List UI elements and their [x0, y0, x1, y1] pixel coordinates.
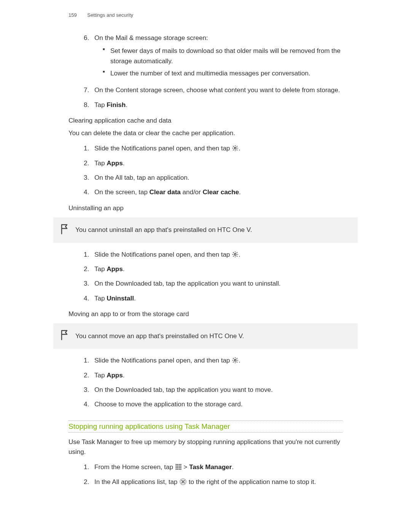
step-number: 7. [84, 85, 94, 95]
step-number: 1. [84, 250, 94, 260]
steps-moving: 1. Slide the Notifications panel open, a… [84, 356, 342, 409]
step-text-pre: In the All applications list, tap [94, 478, 179, 486]
apps-grid-icon [175, 463, 182, 470]
step-number: 2. [84, 158, 94, 168]
step-text-post: . [123, 160, 125, 167]
step-1: 1. Slide the Notifications panel open, a… [84, 356, 342, 366]
steps-list-top: 6. On the Mail & message storage screen:… [84, 33, 342, 110]
note-text: You cannot uninstall an app that's prein… [75, 226, 252, 234]
step-text-post: . [239, 357, 241, 364]
step-number: 4. [84, 294, 94, 304]
step-number: 2. [84, 477, 94, 487]
step-text: On the Downloaded tab, tap the applicati… [94, 279, 342, 289]
bullet-item: Set fewer days of mails to download so t… [103, 46, 342, 66]
step-text: Choose to move the application to the st… [94, 399, 342, 409]
subheading-clear-cache: Clearing application cache and data [68, 117, 342, 125]
step-text-post: . [134, 295, 136, 302]
step-text-post: . [239, 189, 241, 196]
note-box: You cannot uninstall an app that's prein… [53, 217, 358, 243]
step-number: 3. [84, 173, 94, 183]
step-text-post: . [239, 251, 241, 258]
step-text-post: . [123, 372, 125, 379]
steps-clear-cache: 1. Slide the Notifications panel open, a… [84, 144, 342, 197]
bullet-item: Lower the number of text and multimedia … [103, 69, 342, 78]
step-text-post: . [232, 463, 234, 471]
step-number: 3. [84, 385, 94, 395]
step-4: 4. Choose to move the application to the… [84, 399, 342, 409]
step-3: 3. On the Downloaded tab, tap the applic… [84, 279, 342, 289]
step-text-post: to the right of the application name to … [187, 478, 316, 486]
step-text-pre: Slide the Notifications panel open, and … [94, 357, 232, 364]
section-divider: Stopping running applications using Task… [68, 420, 342, 433]
paragraph: Use Task Manager to free up memory by st… [68, 437, 342, 457]
step-2: 2. In the All applications list, tap to … [84, 477, 342, 487]
steps-stopping: 1. From the Home screen, tap > Task Mana… [84, 462, 342, 487]
step-number: 4. [84, 187, 94, 197]
step-text-pre: Tap [94, 101, 107, 109]
subheading-uninstall: Uninstalling an app [68, 204, 342, 212]
step-text-bold: Apps [107, 160, 123, 167]
step-1: 1. Slide the Notifications panel open, a… [84, 250, 342, 260]
step-number: 2. [84, 371, 94, 380]
step-2: 2. Tap Apps. [84, 371, 342, 380]
step-text-pre: Tap [94, 295, 107, 302]
step-text-bold: Apps [107, 265, 123, 273]
step-1: 1. Slide the Notifications panel open, a… [84, 144, 342, 153]
step-text: On the Mail & message storage screen: [94, 34, 208, 42]
step-3: 3. On the All tab, tap an application. [84, 173, 342, 183]
step-number: 1. [84, 462, 94, 472]
step-text-mid: > [182, 463, 189, 471]
page-number: 159 [68, 12, 77, 18]
step-4: 4. On the screen, tap Clear data and/or … [84, 187, 342, 197]
step-4: 4. Tap Uninstall. [84, 294, 342, 304]
close-circle-icon [179, 478, 187, 486]
step-number: 1. [84, 356, 94, 366]
step-1: 1. From the Home screen, tap > Task Mana… [84, 462, 342, 472]
step-3: 3. On the Downloaded tab, tap the applic… [84, 385, 342, 395]
step-text-mid: and/or [181, 189, 203, 196]
step-text-pre: Slide the Notifications panel open, and … [94, 251, 232, 258]
step-7: 7. On the Content storage screen, choose… [84, 85, 342, 95]
gear-icon [232, 251, 239, 258]
gear-icon [232, 357, 239, 364]
step-text-bold: Finish [107, 101, 126, 109]
step-text: On the All tab, tap an application. [94, 173, 342, 183]
step-text-post: . [126, 101, 127, 109]
flag-icon [59, 329, 70, 343]
step-number: 3. [84, 279, 94, 289]
section-heading-stopping: Stopping running applications using Task… [68, 422, 342, 431]
gear-icon [232, 145, 239, 152]
step-6: 6. On the Mail & message storage screen:… [84, 33, 342, 81]
step-number: 8. [84, 100, 94, 110]
step-6-bullets: Set fewer days of mails to download so t… [103, 46, 342, 78]
note-text: You cannot move an app that's preinstall… [75, 332, 244, 340]
step-number: 6. [84, 33, 94, 81]
step-text-pre: Tap [94, 265, 107, 273]
step-text-pre: Tap [94, 372, 107, 379]
step-2: 2. Tap Apps. [84, 158, 342, 168]
step-8: 8. Tap Finish. [84, 100, 342, 110]
step-text: On the Content storage screen, choose wh… [94, 85, 342, 95]
step-text-post: . [239, 145, 241, 152]
steps-uninstall: 1. Slide the Notifications panel open, a… [84, 250, 342, 304]
note-box: You cannot move an app that's preinstall… [53, 323, 358, 349]
flag-icon [59, 224, 70, 237]
subheading-moving: Moving an app to or from the storage car… [68, 310, 342, 318]
page-header: 159 Settings and security [68, 12, 342, 18]
step-text-post: . [123, 265, 125, 273]
step-text-bold: Clear cache [202, 189, 239, 196]
step-2: 2. Tap Apps. [84, 264, 342, 274]
step-text-bold: Task Manager [189, 463, 232, 471]
step-text: On the Downloaded tab, tap the applicati… [94, 385, 342, 395]
paragraph: You can delete the data or clear the cac… [68, 128, 342, 138]
step-text-pre: From the Home screen, tap [94, 463, 175, 471]
step-text-pre: Tap [94, 160, 107, 167]
step-number: 4. [84, 399, 94, 409]
document-page: 159 Settings and security 6. On the Mail… [0, 0, 411, 532]
step-text-pre: Slide the Notifications panel open, and … [94, 145, 232, 152]
step-number: 1. [84, 144, 94, 153]
step-text-pre: On the screen, tap [94, 189, 150, 196]
header-section: Settings and security [87, 12, 133, 18]
step-text-bold: Apps [107, 372, 123, 379]
step-text-bold: Uninstall [107, 295, 134, 302]
